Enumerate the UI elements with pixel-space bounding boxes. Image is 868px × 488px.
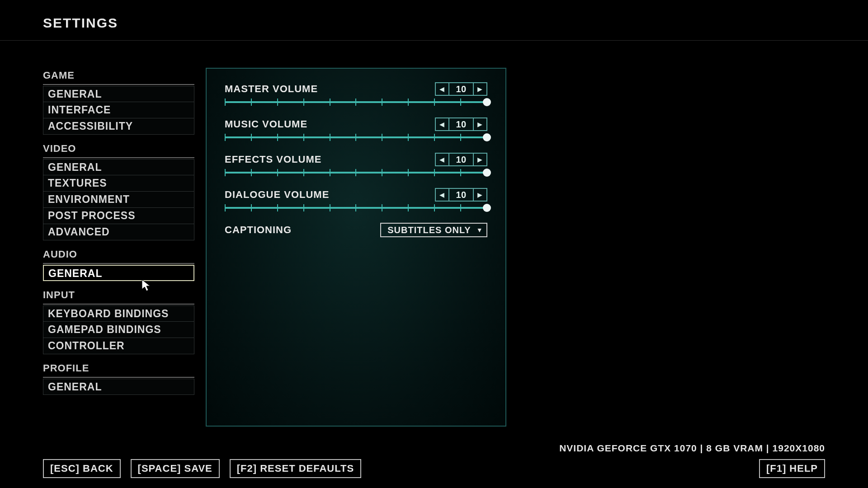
sidebar-item-game-interface[interactable]: INTERFACE [43,102,194,118]
slider-ticks [225,99,487,106]
sidebar-item-label: TEXTURES [48,177,107,189]
option-label: DIALOGUE VOLUME [225,189,329,201]
save-button[interactable]: [SPACE] SAVE [131,459,220,478]
sidebar-item-profile-general[interactable]: GENERAL [43,379,194,395]
footer-right: [F1] HELP [759,459,825,478]
slider-handle[interactable] [483,169,491,177]
slider-handle[interactable] [483,204,491,212]
stepper-increment-icon[interactable]: ▶ [474,189,486,201]
sidebar-section-audio: AUDIO [43,247,194,264]
slider-dialogue-volume[interactable] [225,207,487,209]
sidebar-item-label: KEYBOARD BINDINGS [48,308,169,319]
sidebar-item-label: GENERAL [48,267,102,279]
sidebar-item-audio-general[interactable]: GENERAL [43,265,194,281]
stepper-decrement-icon[interactable]: ◀ [436,118,448,130]
sidebar-item-label: GENERAL [48,88,102,100]
slider-master-volume[interactable] [225,101,487,103]
stepper-increment-icon[interactable]: ▶ [474,83,486,95]
option-label: CAPTIONING [225,224,292,236]
sidebar-item-label: ACCESSIBILITY [48,120,133,132]
sidebar-section-game: GAME [43,68,194,85]
sidebar-item-video-advanced[interactable]: ADVANCED [43,224,194,240]
stepper-decrement-icon[interactable]: ◀ [436,154,448,165]
sidebar-item-label: GENERAL [48,381,102,393]
slider-ticks [225,204,487,211]
sidebar-section-profile: PROFILE [43,361,194,378]
stepper-master-volume[interactable]: ◀ 10 ▶ [435,82,487,96]
sidebar-item-game-general[interactable]: GENERAL [43,86,194,102]
reset-button[interactable]: [F2] RESET DEFAULTS [230,459,361,478]
stepper-increment-icon[interactable]: ▶ [474,118,486,130]
slider-ticks [225,169,487,176]
slider-ticks [225,134,487,141]
footer-left: [ESC] BACK [SPACE] SAVE [F2] RESET DEFAU… [43,459,361,478]
chevron-down-icon: ▼ [476,226,483,234]
sidebar: GAME GENERAL INTERFACE ACCESSIBILITY VID… [43,68,194,395]
option-row-effects-volume: EFFECTS VOLUME ◀ 10 ▶ [225,152,487,167]
sidebar-item-label: GAMEPAD BINDINGS [48,324,161,335]
sidebar-item-video-postprocess[interactable]: POST PROCESS [43,208,194,224]
sidebar-item-game-accessibility[interactable]: ACCESSIBILITY [43,118,194,135]
sidebar-item-label: POST PROCESS [48,210,135,221]
sidebar-item-label: CONTROLLER [48,340,125,352]
page-title: SETTINGS [43,15,118,31]
sidebar-item-label: GENERAL [48,161,102,173]
slider-handle[interactable] [483,98,491,106]
option-label: EFFECTS VOLUME [225,154,321,165]
stepper-increment-icon[interactable]: ▶ [474,154,486,165]
sidebar-item-video-general[interactable]: GENERAL [43,159,194,175]
slider-effects-volume[interactable] [225,172,487,174]
sidebar-item-input-controller[interactable]: CONTROLLER [43,338,194,354]
stepper-value: 10 [448,118,474,130]
top-bar: SETTINGS [0,0,868,41]
footer: [ESC] BACK [SPACE] SAVE [F2] RESET DEFAU… [0,447,868,488]
stepper-effects-volume[interactable]: ◀ 10 ▶ [435,153,487,166]
option-row-dialogue-volume: DIALOGUE VOLUME ◀ 10 ▶ [225,187,487,202]
option-row-captioning: CAPTIONING SUBTITLES ONLY ▼ [225,222,487,238]
option-row-master-volume: MASTER VOLUME ◀ 10 ▶ [225,81,487,97]
help-button[interactable]: [F1] HELP [759,459,825,478]
sidebar-item-input-keyboard[interactable]: KEYBOARD BINDINGS [43,305,194,322]
sidebar-item-video-textures[interactable]: TEXTURES [43,175,194,192]
stepper-decrement-icon[interactable]: ◀ [436,189,448,201]
stepper-decrement-icon[interactable]: ◀ [436,83,448,95]
sidebar-section-video: VIDEO [43,141,194,158]
settings-panel: MASTER VOLUME ◀ 10 ▶ MUSIC VOLUME ◀ 10 ▶… [206,68,506,427]
sidebar-item-input-gamepad[interactable]: GAMEPAD BINDINGS [43,322,194,338]
slider-music-volume[interactable] [225,136,487,138]
stepper-music-volume[interactable]: ◀ 10 ▶ [435,117,487,131]
sidebar-item-video-environment[interactable]: ENVIRONMENT [43,192,194,208]
sidebar-item-label: ENVIRONMENT [48,193,130,205]
sidebar-item-label: ADVANCED [48,226,110,238]
sidebar-item-label: INTERFACE [48,104,111,116]
sidebar-section-input: INPUT [43,287,194,305]
option-row-music-volume: MUSIC VOLUME ◀ 10 ▶ [225,117,487,132]
option-label: MUSIC VOLUME [225,118,307,130]
stepper-value: 10 [448,189,474,201]
dropdown-value: SUBTITLES ONLY [387,225,471,235]
stepper-value: 10 [448,83,474,95]
stepper-dialogue-volume[interactable]: ◀ 10 ▶ [435,188,487,202]
dropdown-captioning[interactable]: SUBTITLES ONLY ▼ [380,223,487,237]
stepper-value: 10 [448,154,474,165]
option-label: MASTER VOLUME [225,83,318,95]
back-button[interactable]: [ESC] BACK [43,459,121,478]
slider-handle[interactable] [483,133,491,141]
